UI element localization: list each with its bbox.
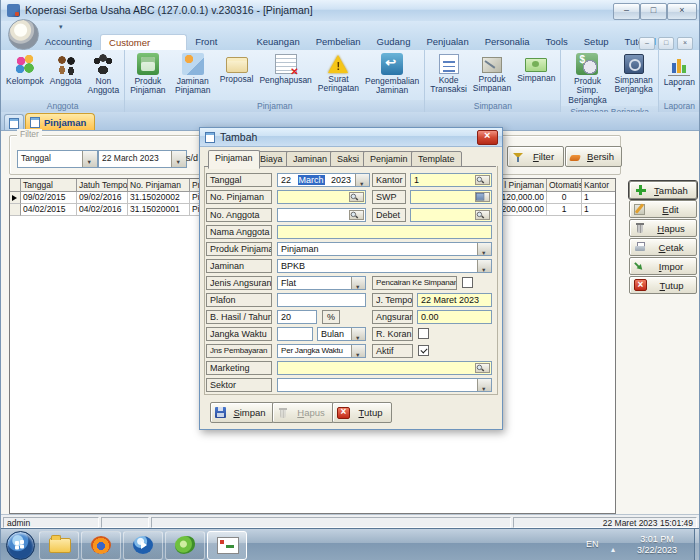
column-header[interactable]: No. Pinjaman	[128, 179, 190, 192]
tab-personalia[interactable]: Personalia	[477, 34, 538, 50]
ribbon-button-anggota[interactable]: Anggota	[47, 52, 85, 87]
jangka-waktu-field[interactable]	[277, 327, 313, 341]
clear-filter-button[interactable]: Bersih	[565, 146, 622, 167]
mdi-close-icon[interactable]	[677, 37, 693, 50]
tutup-button[interactable]: Tutup	[629, 276, 695, 292]
taskbar-app-button[interactable]	[165, 531, 205, 560]
ribbon-button-surat-peringatan[interactable]: Surat Peringatan	[315, 52, 362, 95]
chevron-down-icon[interactable]	[477, 379, 491, 391]
dialog-title-bar[interactable]: Tambah	[200, 128, 502, 147]
tambah-button[interactable]: Tambah	[629, 181, 695, 197]
mdi-icon-tab[interactable]	[4, 114, 24, 130]
quick-access-dropdown-icon[interactable]	[59, 23, 63, 31]
tab-keuangan[interactable]: Keuangan	[248, 34, 307, 50]
no-pinjaman-field[interactable]	[277, 190, 366, 204]
column-header[interactable]: Otomatis	[547, 179, 582, 192]
tab-accounting[interactable]: Accounting	[37, 34, 100, 50]
jns-pembayaran-select[interactable]: Per Jangka Waktu	[277, 344, 366, 358]
filter-field-select[interactable]: Tanggal	[17, 150, 98, 168]
filter-button[interactable]: Filter	[507, 146, 564, 167]
dialog-tab-pinjaman[interactable]: Pinjaman	[208, 150, 260, 169]
ribbon-button-kode-transaksi[interactable]: Kode Transaksi	[427, 52, 470, 96]
show-desktop-button[interactable]	[694, 529, 700, 560]
lookup-button[interactable]	[475, 363, 490, 373]
ribbon-button-proposal[interactable]: Proposal	[217, 52, 257, 85]
hapus-button[interactable]: Hapus	[629, 219, 695, 235]
plafon-field[interactable]	[277, 293, 366, 307]
dialog-close-icon[interactable]	[477, 130, 498, 145]
j-tempo-field[interactable]: 22 Maret 2023	[417, 293, 492, 307]
chevron-down-icon[interactable]	[351, 345, 365, 357]
ribbon-button-produk-simp-berjangka[interactable]: Produk Simp. Berjangka	[563, 52, 611, 106]
ribbon-button-simpanan-berjangka[interactable]: Simpanan Berjangka	[612, 52, 656, 96]
filter-date-select[interactable]: 22 March 2023	[98, 150, 187, 168]
taskbar-clock[interactable]: 3:01 PM 3/22/2023	[623, 534, 691, 556]
ribbon-button-jaminan-pinjaman[interactable]: Jaminan Pinjaman	[169, 52, 217, 97]
ribbon-button-produk-pinjaman[interactable]: Produk Pinjaman	[127, 52, 168, 97]
lookup-button[interactable]	[475, 175, 490, 185]
restore-icon[interactable]	[640, 3, 667, 20]
ribbon-button-penghapusan[interactable]: Penghapusan	[256, 52, 314, 86]
nama-anggota-field[interactable]	[277, 225, 492, 239]
tab-setup[interactable]: Setup	[576, 34, 617, 50]
tab-pinjaman-document[interactable]: Pinjaman	[25, 113, 95, 130]
jenis-angsuran-select[interactable]: Flat	[277, 276, 366, 290]
tab-customer-service[interactable]: Customer Service	[100, 34, 187, 50]
sektor-select[interactable]	[277, 378, 492, 392]
jaminan-select[interactable]: BPKB	[277, 259, 492, 273]
no-anggota-field[interactable]	[277, 208, 366, 222]
tab-tools[interactable]: Tools	[538, 34, 576, 50]
edit-button[interactable]: Edit	[629, 200, 695, 216]
ribbon-button-simpanan[interactable]: Simpanan	[514, 52, 558, 84]
angsuran-field[interactable]: 0.00	[417, 310, 492, 324]
chevron-down-icon[interactable]	[477, 260, 491, 272]
swp-field[interactable]	[410, 190, 492, 204]
ribbon-button-laporan[interactable]: Laporan ▾	[661, 52, 698, 92]
mdi-minimize-icon[interactable]	[639, 37, 655, 50]
debet-field[interactable]	[410, 208, 492, 222]
r-koran-checkbox[interactable]	[418, 328, 429, 339]
taskbar-koperasi-app-button[interactable]	[207, 531, 247, 560]
lookup-button[interactable]	[349, 192, 364, 202]
lookup-button[interactable]	[475, 210, 490, 220]
cetak-button[interactable]: Cetak	[629, 238, 695, 254]
ribbon-button-non-anggota[interactable]: Non Anggota	[84, 52, 122, 97]
tab-penjualan[interactable]: Penjualan	[418, 34, 476, 50]
language-indicator[interactable]: EN	[586, 539, 599, 549]
column-header[interactable]: Jatuh Tempo	[77, 179, 128, 192]
minimize-icon[interactable]	[613, 3, 640, 20]
lookup-button[interactable]	[349, 210, 364, 220]
taskbar-file-manager-button[interactable]	[39, 531, 79, 560]
ribbon-button-kelompok[interactable]: Kelompok	[3, 52, 47, 87]
tutup-dialog-button[interactable]: Tutup	[332, 402, 390, 421]
chevron-down-icon[interactable]	[82, 151, 97, 167]
simpan-button[interactable]: Simpan	[210, 402, 272, 421]
taskbar-media-player-button[interactable]	[123, 531, 163, 560]
tab-front-office[interactable]: Front Office	[187, 34, 248, 50]
impor-button[interactable]: Impor	[629, 257, 695, 273]
chevron-down-icon[interactable]	[477, 243, 491, 255]
b-hasil-field[interactable]: 20	[277, 310, 317, 324]
produk-pinjaman-select[interactable]: Pinjaman	[277, 242, 492, 256]
start-button-icon[interactable]	[6, 531, 35, 560]
tab-gudang[interactable]: Gudang	[369, 34, 419, 50]
kantor-field[interactable]: 1	[410, 173, 492, 187]
chevron-down-icon[interactable]	[351, 277, 365, 289]
ribbon-button-produk-simpanan[interactable]: Produk Simpanan	[470, 52, 514, 95]
tab-pembelian[interactable]: Pembelian	[308, 34, 369, 50]
app-orb-icon[interactable]	[8, 19, 39, 50]
taskbar-firefox-button[interactable]	[81, 531, 121, 560]
marketing-field[interactable]	[277, 361, 492, 375]
hapus-dialog-button[interactable]: Hapus	[272, 402, 332, 421]
chevron-down-icon[interactable]	[351, 328, 365, 340]
tanggal-date-picker[interactable]: 22 March 2023	[277, 173, 370, 187]
column-header[interactable]: Tanggal	[21, 179, 77, 192]
aktif-checkbox[interactable]	[418, 345, 429, 356]
tray-show-hidden-icon[interactable]	[611, 538, 615, 556]
browse-button[interactable]	[475, 192, 490, 202]
ribbon-button-pengembalian-jaminan[interactable]: Pengembalian Jaminan	[362, 52, 422, 97]
column-header[interactable]: Kantor	[582, 179, 615, 192]
close-icon[interactable]	[667, 3, 697, 20]
chevron-down-icon[interactable]	[171, 151, 186, 167]
pencairan-checkbox[interactable]	[462, 277, 473, 288]
